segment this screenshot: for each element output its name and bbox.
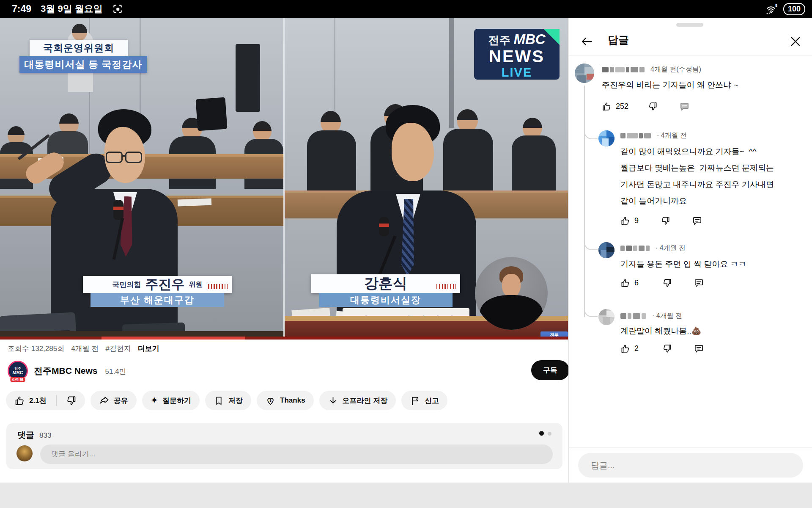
offline-save-button[interactable]: 오프라인 저장 bbox=[319, 391, 396, 410]
save-button[interactable]: 저장 bbox=[205, 391, 251, 410]
dislike-button[interactable] bbox=[66, 395, 77, 406]
interpreter-face bbox=[502, 274, 521, 297]
carousel-dot bbox=[548, 432, 551, 436]
like-count: 252 bbox=[616, 102, 628, 111]
like-dislike-pill: 2.1천 bbox=[6, 391, 85, 410]
caption-audit: 대통령비서실 등 국정감사 bbox=[19, 56, 147, 73]
report-button[interactable]: 신고 bbox=[401, 391, 447, 410]
live-logo: 전주 MBC NEWS LIVE bbox=[474, 29, 560, 80]
video-progress-bar[interactable] bbox=[0, 337, 568, 340]
thanks-button[interactable]: $ Thanks bbox=[257, 391, 314, 410]
thumb-up-icon[interactable] bbox=[620, 278, 630, 288]
channel-live-badge: 라이브 bbox=[10, 377, 26, 382]
reply-byline: · 4개월 전 bbox=[620, 244, 686, 253]
back-icon[interactable] bbox=[580, 35, 593, 48]
reply-input[interactable]: 답글... bbox=[578, 453, 803, 478]
reply-text-line: 같이 많이 해먹었으니까요 기자들~ ^^ bbox=[620, 143, 774, 160]
replier-avatar[interactable] bbox=[598, 242, 614, 258]
thread-curve bbox=[584, 238, 598, 250]
action-bar: 2.1천 공유 ✦ 질문하기 저장 $ Thanks bbox=[6, 391, 447, 410]
download-icon bbox=[328, 395, 338, 406]
scene-person-body bbox=[512, 135, 556, 190]
thumb-down-icon[interactable] bbox=[662, 344, 672, 353]
reply-text-line: 월급보다 몇배는높은 가짜뉴스던 문제되는 bbox=[620, 160, 774, 176]
replier-avatar[interactable] bbox=[598, 309, 614, 325]
system-nav-bar bbox=[0, 483, 812, 508]
comment-input[interactable]: 댓글 올리기... bbox=[40, 444, 553, 464]
status-right: 5 100 bbox=[764, 3, 805, 15]
like-count: 9 bbox=[634, 216, 639, 225]
drag-handle[interactable] bbox=[676, 23, 703, 27]
like-count: 2.1천 bbox=[29, 396, 47, 406]
nameplate-left-party: 국민의힘 bbox=[112, 280, 141, 290]
thumb-up-icon[interactable] bbox=[620, 216, 630, 226]
thumb-up-icon[interactable] bbox=[602, 102, 612, 111]
comment-icon[interactable] bbox=[694, 278, 704, 288]
speaker-right-mic-band bbox=[379, 224, 389, 227]
scene-wall-panel bbox=[236, 44, 260, 112]
share-button[interactable]: 공유 bbox=[91, 391, 137, 410]
comment-icon[interactable] bbox=[694, 344, 704, 353]
comment-icon[interactable] bbox=[692, 216, 702, 226]
thumb-down-icon[interactable] bbox=[648, 102, 658, 111]
channel-avatar[interactable]: 전주 MBC 라이브 bbox=[8, 361, 28, 381]
thumb-up-icon[interactable] bbox=[620, 344, 630, 353]
panel-title: 답글 bbox=[608, 33, 629, 47]
subscribe-button[interactable]: 구독 bbox=[531, 360, 569, 380]
header-divider bbox=[569, 55, 812, 55]
more-button[interactable]: 더보기 bbox=[138, 344, 159, 353]
like-button[interactable]: 2.1천 bbox=[14, 395, 47, 406]
thumb-down-icon[interactable] bbox=[662, 278, 672, 288]
reply-text: 계란말이 해줬나봄..💩 bbox=[620, 323, 702, 339]
caption-audit-text: 대통령비서실 등 국정감사 bbox=[25, 58, 143, 71]
speaker-left-glasses-bridge bbox=[122, 155, 126, 157]
comment-icon[interactable] bbox=[680, 102, 689, 111]
comment-input-placeholder: 댓글 올리기... bbox=[51, 450, 95, 458]
reply-text-line: 기사던 돈많고 내주니까요 주진우 기사내면 bbox=[620, 176, 774, 193]
heart-dollar-icon: $ bbox=[265, 395, 276, 406]
nameplate-right-role-text: 대통령비서실장 bbox=[350, 294, 421, 306]
replier-avatar[interactable] bbox=[598, 130, 614, 146]
channel-title-row[interactable]: 전주MBC News 51.4만 bbox=[34, 365, 126, 377]
redacted-username bbox=[620, 133, 651, 138]
comments-title-row: 댓글 833 bbox=[17, 429, 51, 441]
commenter-avatar[interactable] bbox=[575, 64, 594, 83]
pill-divider bbox=[56, 395, 57, 406]
nameplate-ticks bbox=[436, 284, 456, 289]
redacted-username bbox=[620, 313, 646, 319]
sparkle-icon: ✦ bbox=[151, 396, 158, 405]
reply-text: 기자들 용돈 주면 입 싹 닫아요 ㅋㅋ bbox=[620, 256, 746, 272]
status-left: 7:49 3월 9일 월요일 bbox=[12, 3, 123, 15]
channel-name[interactable]: 전주MBC News bbox=[34, 365, 98, 377]
comments-count: 833 bbox=[39, 431, 51, 440]
ask-button[interactable]: ✦ 질문하기 bbox=[142, 391, 200, 410]
video-player[interactable]: 대통령비서실장 전주 MBC NEWS 국회운영위원회 대통령비서실 등 국정감… bbox=[0, 18, 568, 340]
video-progress-played bbox=[102, 337, 245, 340]
comments-preview-card[interactable]: 댓글 833 댓글 올리기... bbox=[6, 423, 562, 469]
report-label: 신고 bbox=[425, 396, 439, 406]
reply-meta: · 4개월 전 bbox=[657, 131, 687, 140]
thumb-down-icon[interactable] bbox=[661, 216, 670, 226]
save-label: 저장 bbox=[228, 396, 243, 406]
reply-actions: 9 bbox=[620, 216, 702, 226]
live-logo-news: NEWS bbox=[489, 47, 545, 65]
sign-interpreter-circle bbox=[475, 257, 548, 330]
nameplate-left-role: 위원 bbox=[189, 280, 203, 289]
close-icon[interactable] bbox=[789, 35, 802, 48]
clock: 7:49 bbox=[12, 3, 31, 15]
like-count: 6 bbox=[634, 279, 639, 287]
thumb-up-icon bbox=[14, 395, 25, 406]
nameplate-ticks bbox=[208, 284, 228, 289]
scene-wall-line bbox=[334, 18, 335, 119]
comment-text: 주진우의 비리는 기자들이 왜 안쓰냐 ~ bbox=[602, 80, 738, 91]
comment-meta: 4개월 전(수정됨) bbox=[650, 65, 701, 74]
date: 3월 9일 월요일 bbox=[41, 3, 103, 15]
replies-panel: 답글 4개월 전(수정됨) 주진우의 비리는 기자들이 왜 안쓰냐 ~ 252 bbox=[568, 18, 812, 483]
speaker-left-mic-band bbox=[113, 207, 123, 210]
svg-text:$: $ bbox=[269, 398, 272, 403]
speaker-left-glasses bbox=[125, 152, 142, 163]
scene-paper bbox=[178, 199, 212, 207]
hashtag-link[interactable]: #김현지 bbox=[105, 344, 131, 353]
nameplate-left: 국민의힘 주진우 위원 bbox=[83, 276, 232, 293]
scene-laptop-upper bbox=[195, 97, 227, 131]
